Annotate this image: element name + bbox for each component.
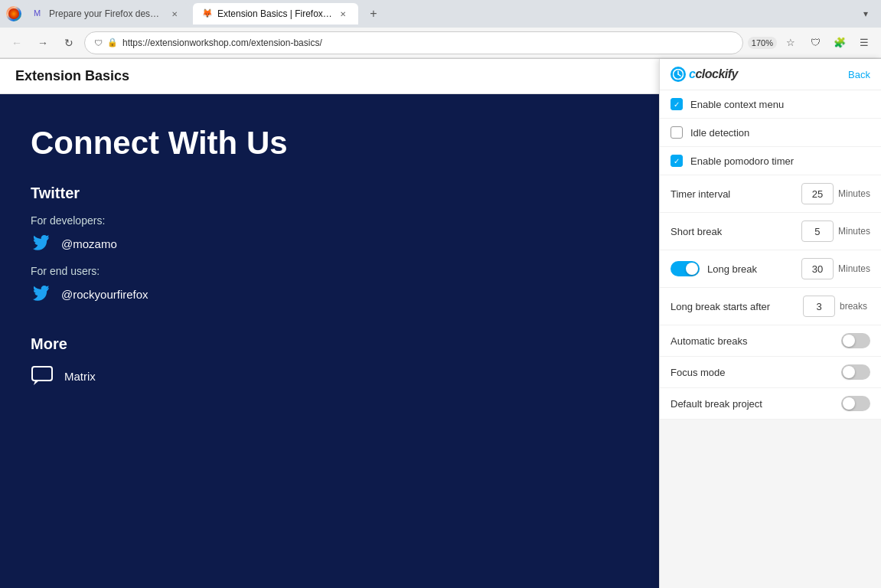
short-break-input-group: Minutes bbox=[801, 220, 870, 242]
tab-bar: M Prepare your Firefox desktop e... ✕ 🦊 … bbox=[0, 0, 881, 28]
idle-detection-checkbox[interactable] bbox=[671, 126, 683, 139]
timer-interval-input[interactable] bbox=[801, 183, 834, 204]
extension-button[interactable]: 🧩 bbox=[829, 32, 850, 54]
url-text: https://extensionworkshop.com/extension-… bbox=[122, 38, 733, 48]
enable-pomodoro-checkbox[interactable] bbox=[671, 155, 683, 167]
default-break-project-label: Default break project bbox=[671, 398, 762, 410]
long-break-label: Long break bbox=[707, 263, 794, 275]
default-break-project-toggle[interactable] bbox=[841, 396, 870, 411]
long-break-toggle[interactable] bbox=[671, 261, 700, 276]
tab-list-button[interactable]: ▾ bbox=[857, 5, 875, 23]
svg-line-5 bbox=[678, 74, 680, 76]
page-content: Extension Basics Connect With Us Twitter… bbox=[0, 59, 881, 588]
twitter-user-handle: @rockyourfirefox bbox=[61, 288, 148, 301]
long-break-unit: Minutes bbox=[838, 263, 870, 274]
chat-icon bbox=[31, 365, 55, 387]
long-break-starts-after-input[interactable] bbox=[803, 296, 835, 317]
long-break-row: Long break Minutes bbox=[660, 250, 881, 288]
long-break-starts-after-group: breaks bbox=[803, 296, 870, 317]
short-break-unit: Minutes bbox=[838, 226, 870, 237]
long-break-starts-after-row: Long break starts after breaks bbox=[660, 288, 881, 325]
back-button[interactable]: ← bbox=[6, 32, 28, 54]
enable-context-menu-label: Enable context menu bbox=[690, 99, 784, 110]
clockify-logo-text: cclockify bbox=[689, 67, 738, 81]
clockify-settings: Enable context menu Idle detection Enabl… bbox=[660, 90, 881, 420]
tab-2[interactable]: 🦊 Extension Basics | Firefox Exten... ✕ bbox=[193, 3, 358, 24]
long-break-input[interactable] bbox=[801, 258, 834, 279]
enable-pomodoro-label: Enable pomodoro timer bbox=[690, 155, 794, 167]
automatic-breaks-toggle[interactable] bbox=[841, 333, 870, 348]
idle-detection-label: Idle detection bbox=[690, 127, 749, 139]
tab2-favicon: 🦊 bbox=[202, 8, 213, 19]
browser-icon bbox=[6, 6, 21, 21]
automatic-breaks-toggle-knob bbox=[843, 335, 855, 347]
nav-bar: ← → ↻ 🛡 🔒 https://extensionworkshop.com/… bbox=[0, 28, 881, 58]
timer-interval-unit: Minutes bbox=[838, 188, 870, 199]
reload-button[interactable]: ↻ bbox=[58, 32, 80, 54]
tab1-label: Prepare your Firefox desktop e... bbox=[49, 8, 164, 19]
enable-context-menu-wrap: Enable context menu bbox=[671, 98, 870, 110]
zoom-level: 170% bbox=[748, 37, 777, 49]
twitter-user-icon bbox=[31, 283, 52, 305]
long-break-starts-after-unit: breaks bbox=[840, 301, 870, 312]
svg-rect-1 bbox=[32, 367, 52, 381]
address-bar[interactable]: 🛡 🔒 https://extensionworkshop.com/extens… bbox=[84, 31, 743, 54]
shield-icon[interactable]: 🛡 bbox=[804, 32, 826, 54]
timer-interval-row: Timer interval Minutes bbox=[660, 175, 881, 213]
tab2-close[interactable]: ✕ bbox=[337, 8, 349, 20]
twitter-dev-icon bbox=[31, 233, 52, 254]
matrix-handle: Matrix bbox=[64, 370, 96, 383]
forward-button[interactable]: → bbox=[32, 32, 54, 54]
default-break-project-toggle-knob bbox=[843, 397, 855, 410]
tab1-close[interactable]: ✕ bbox=[168, 8, 181, 20]
focus-mode-toggle[interactable] bbox=[841, 364, 870, 380]
nav-right-buttons: 170% ☆ 🛡 🧩 ☰ bbox=[748, 32, 875, 54]
idle-detection-wrap: Idle detection bbox=[671, 126, 870, 139]
clockify-logo-icon bbox=[671, 67, 686, 82]
tab-bar-left: M Prepare your Firefox desktop e... ✕ 🦊 … bbox=[6, 3, 383, 24]
tab-1[interactable]: M Prepare your Firefox desktop e... ✕ bbox=[24, 3, 190, 24]
timer-interval-label: Timer interval bbox=[671, 188, 730, 200]
long-break-input-group: Minutes bbox=[801, 258, 870, 279]
short-break-row: Short break Minutes bbox=[660, 213, 881, 250]
enable-pomodoro-wrap: Enable pomodoro timer bbox=[671, 155, 870, 167]
clockify-panel: cclockify Back Enable context menu Idle … bbox=[659, 59, 881, 588]
clockify-header: cclockify Back bbox=[660, 59, 881, 90]
browser-chrome: M Prepare your Firefox desktop e... ✕ 🦊 … bbox=[0, 0, 881, 59]
bookmark-button[interactable]: ☆ bbox=[780, 32, 801, 54]
enable-context-menu-row: Enable context menu bbox=[660, 90, 881, 119]
focus-mode-row: Focus mode bbox=[660, 357, 881, 388]
default-break-project-row: Default break project bbox=[660, 388, 881, 420]
tab1-favicon: M bbox=[34, 8, 44, 19]
twitter-dev-handle: @mozamo bbox=[61, 237, 117, 250]
short-break-label: Short break bbox=[671, 226, 722, 237]
svg-point-0 bbox=[8, 8, 19, 19]
automatic-breaks-label: Automatic breaks bbox=[671, 335, 747, 347]
lock-icon: 🔒 bbox=[107, 38, 118, 47]
enable-pomodoro-row: Enable pomodoro timer bbox=[660, 147, 881, 175]
clockify-logo: cclockify bbox=[671, 67, 738, 82]
long-break-starts-after-label: Long break starts after bbox=[671, 301, 770, 312]
long-break-toggle-knob bbox=[686, 263, 698, 275]
timer-interval-input-group: Minutes bbox=[801, 183, 870, 204]
tab2-label: Extension Basics | Firefox Exten... bbox=[217, 8, 332, 19]
idle-detection-row: Idle detection bbox=[660, 119, 881, 147]
new-tab-button[interactable]: + bbox=[364, 5, 383, 23]
back-button[interactable]: Back bbox=[848, 69, 870, 80]
automatic-breaks-row: Automatic breaks bbox=[660, 325, 881, 357]
short-break-input[interactable] bbox=[801, 220, 834, 242]
security-icon: 🛡 bbox=[94, 38, 103, 47]
focus-mode-label: Focus mode bbox=[671, 367, 726, 378]
focus-mode-toggle-knob bbox=[843, 366, 855, 378]
menu-button[interactable]: ☰ bbox=[853, 32, 875, 54]
enable-context-menu-checkbox[interactable] bbox=[671, 98, 683, 110]
page-header-title: Extension Basics bbox=[15, 68, 129, 83]
